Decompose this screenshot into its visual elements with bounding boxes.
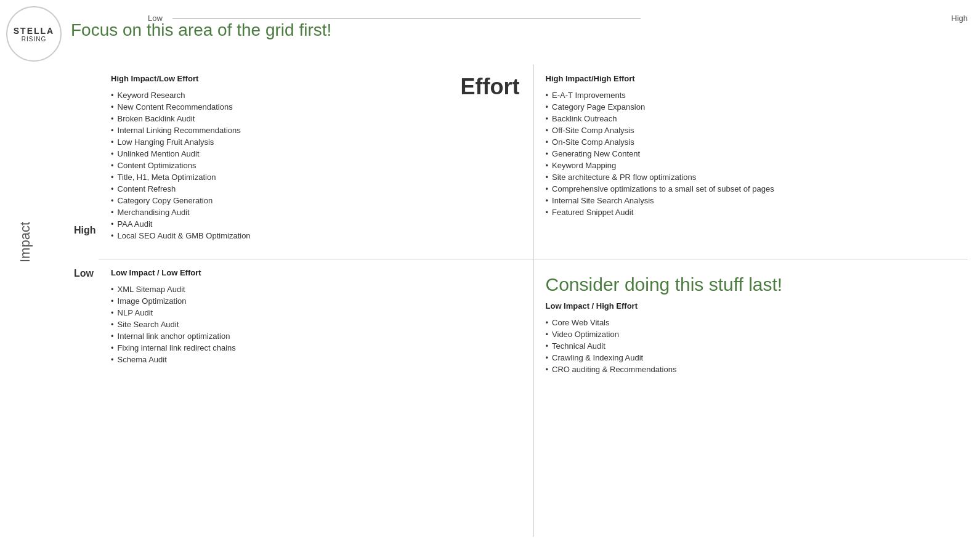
quadrant-top-left: High Impact/Low Effort Keyword Research … [99,65,533,290]
quadrant-top-right-list: E-A-T Improvements Category Page Expansi… [546,89,956,218]
quadrant-bottom-left: Low Impact / Low Effort XML Sitemap Audi… [99,259,533,537]
list-item: PAA Audit [111,218,521,230]
list-item: Site Search Audit [111,319,521,330]
list-item: XML Sitemap Audit [111,283,521,295]
impact-label: Impact [17,222,33,262]
logo-stella: STELLA [14,26,54,36]
list-item: Content Optimizations [111,160,521,171]
list-item: Generating New Content [546,148,956,160]
list-item: NLP Audit [111,307,521,319]
list-item: Content Refresh [111,183,521,195]
list-item: Fixing internal link redirect chains [111,342,521,354]
quadrant-bottom-right-header: Low Impact / High Effort [546,301,956,311]
impact-high-label: High [74,225,96,236]
list-item: New Content Recommendations [111,101,521,113]
list-item: Site architecture & PR flow optimization… [546,171,956,183]
axis-top-high-label: High [951,14,968,23]
list-item: Unlinked Mention Audit [111,148,521,160]
list-item: Featured Snippet Audit [546,206,956,218]
quadrant-top-right-header: High Impact/High Effort [546,74,956,83]
list-item: Local SEO Audit & GMB Optimization [111,230,521,242]
list-item: Merchandising Audit [111,206,521,218]
logo-rising: RISING [22,36,46,43]
list-item: Image Optimization [111,295,521,307]
quadrant-bottom-left-header: Low Impact / Low Effort [111,268,521,277]
logo: STELLA RISING [6,6,62,62]
consider-title: Consider doing this stuff last! [546,268,956,295]
quadrant-top-right: High Impact/High Effort E-A-T Improvemen… [533,65,968,290]
list-item: Core Web Vitals [546,317,956,328]
quadrant-bottom-right: Consider doing this stuff last! Low Impa… [533,259,968,537]
list-item: Category Page Expansion [546,101,956,113]
list-item: Internal Linking Recommendations [111,124,521,136]
list-item: Technical Audit [546,340,956,352]
list-item: Broken Backlink Audit [111,113,521,124]
main-title: Focus on this area of the grid first! [71,20,331,40]
quadrant-top-left-header: High Impact/Low Effort [111,74,521,83]
list-item: Category Copy Generation [111,195,521,206]
list-item: Off-Site Comp Analysis [546,124,956,136]
list-item: Low Hanging Fruit Analysis [111,136,521,148]
list-item: Backlink Outreach [546,113,956,124]
list-item: Keyword Research [111,89,521,101]
list-item: Video Optimization [546,328,956,340]
list-item: On-Site Comp Analysis [546,136,956,148]
list-item: Schema Audit [111,354,521,365]
impact-low-label: Low [74,268,94,279]
list-item: CRO auditing & Recommendations [546,364,956,375]
list-item: Crawling & Indexing Audit [546,352,956,364]
list-item: E-A-T Improvements [546,89,956,101]
header-area: Focus on this area of the grid first! [71,9,331,40]
quadrant-bottom-left-list: XML Sitemap Audit Image Optimization NLP… [111,283,521,365]
list-item: Keyword Mapping [546,160,956,171]
list-item: Internal Site Search Analysis [546,195,956,206]
list-item: Title, H1, Meta Optimization [111,171,521,183]
quadrant-bottom-right-list: Core Web Vitals Video Optimization Techn… [546,317,956,375]
quadrant-top-left-list: Keyword Research New Content Recommendat… [111,89,521,242]
list-item: Internal link anchor optimization [111,330,521,342]
list-item: Comprehensive optimizations to a small s… [546,183,956,195]
